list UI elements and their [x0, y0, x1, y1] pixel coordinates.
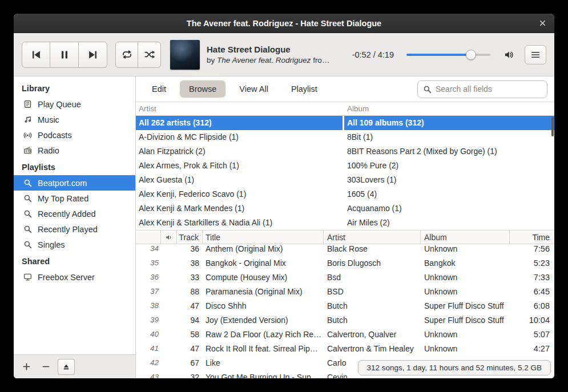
song-time: 10:04 — [510, 313, 554, 327]
song-artist-column-header[interactable]: Artist — [324, 231, 421, 244]
song-num: 38 — [136, 298, 161, 313]
repeat-icon — [121, 49, 133, 60]
now-playing-title: Hate Street Dialogue — [207, 45, 343, 54]
song-row[interactable]: 4147Rock It Roll It feat. Sirreal Pip…Ca… — [136, 341, 554, 355]
title-column-header[interactable]: Title — [203, 231, 324, 244]
sidebar-item-label: Freebox Server — [38, 273, 95, 282]
search-input[interactable] — [436, 84, 542, 94]
tab-playlist[interactable]: Playlist — [282, 80, 327, 98]
previous-button[interactable] — [22, 42, 50, 68]
time-column-header[interactable]: Time — [510, 231, 554, 244]
song-row[interactable]: 4058Raw 2 Da Floor (Lazy Rich Re…Calvert… — [136, 327, 554, 341]
seek-slider[interactable] — [406, 49, 490, 60]
song-title: Compute (Housey Mix) — [203, 270, 324, 284]
remove-playlist-button[interactable] — [38, 359, 53, 374]
song-row[interactable]: 3538Bangkok - Original MixBoris Dlugosch… — [136, 256, 554, 270]
seek-slider-track[interactable] — [406, 54, 490, 56]
next-button[interactable] — [79, 42, 107, 68]
sidebar: LibraryPlay QueueMusicPodcastsRadioPlayl… — [14, 76, 136, 378]
close-icon — [538, 19, 547, 27]
song-row[interactable]: 3788Paramanesia (Original Mix)BSDUnknown… — [136, 284, 554, 298]
sidebar-item-recently-added[interactable]: Recently Added — [14, 206, 135, 221]
song-track: 94 — [177, 313, 203, 327]
artist-item[interactable]: Alex Kenji & Starkillers & Nadia Ali (1) — [136, 216, 343, 230]
sidebar-item-music[interactable]: Music — [14, 112, 135, 127]
song-album: Super Fluff Disco Stuff — [421, 298, 510, 313]
sidebar-item-recently-played[interactable]: Recently Played — [14, 221, 135, 237]
sidebar-item-label: Singles — [38, 240, 65, 249]
song-play — [161, 370, 177, 378]
album-item[interactable]: 8BIT Reasons Part 2 (Mixed by Gorge) (1) — [344, 144, 554, 159]
speaker-icon — [165, 233, 173, 241]
album-item[interactable]: 303Lovers (1) — [344, 173, 554, 187]
song-row[interactable]: 3847Disco ShhhButchSuper Fluff Disco Stu… — [136, 298, 554, 313]
search-field[interactable] — [417, 80, 547, 98]
song-album-column-header[interactable]: Album — [421, 231, 510, 244]
volume-button[interactable] — [501, 46, 518, 63]
artist-item[interactable]: Alex Kenji & Mark Mendes (1) — [136, 201, 343, 216]
song-num: 41 — [136, 341, 161, 355]
menu-button[interactable] — [525, 45, 546, 64]
song-title: Paramanesia (Original Mix) — [203, 284, 324, 298]
song-artist: Calvertron, Qualver — [324, 327, 421, 341]
titlebar[interactable]: The Avener feat. Rodriguez - Hate Street… — [14, 14, 554, 33]
song-album: Unknown — [421, 284, 510, 298]
sidebar-item-singles[interactable]: Singles — [14, 237, 135, 252]
playing-column-header[interactable] — [161, 231, 177, 244]
artist-column-header[interactable]: Artist — [136, 104, 344, 113]
eject-button[interactable] — [58, 359, 75, 375]
sidebar-item-freebox-server[interactable]: Freebox Server — [14, 269, 135, 285]
repeat-button[interactable] — [115, 42, 138, 68]
sidebar-item-beatport-com[interactable]: Beatport.com — [14, 175, 135, 191]
album-item[interactable]: Air Miles (2) — [344, 216, 554, 230]
album-item[interactable]: All 109 albums (312) — [344, 116, 554, 130]
song-artist: Boris Dlugosch — [324, 256, 421, 270]
search-icon — [23, 240, 32, 249]
artist-item[interactable]: Alex Armes, Prok & Fitch (1) — [136, 159, 343, 173]
volume-icon — [503, 49, 515, 60]
song-album: Unknown — [421, 270, 510, 284]
status-bar: 312 songs, 1 day, 11 hours and 52 minute… — [358, 360, 551, 375]
song-row[interactable]: 3994Joy (Extended Version)ButchSuper Flu… — [136, 313, 554, 327]
main-panel: Edit Browse View All Playlist Artist Alb… — [136, 76, 554, 378]
sidebar-item-label: Beatport.com — [38, 179, 87, 188]
artist-item[interactable]: Alex Guesta (1) — [136, 173, 343, 187]
album-item[interactable]: 1605 (4) — [344, 187, 554, 201]
song-title: You Got Me Burning Up - Sup… — [203, 370, 324, 378]
server-icon — [23, 273, 32, 282]
source-list: LibraryPlay QueueMusicPodcastsRadioPlayl… — [14, 76, 135, 354]
artist-item[interactable]: All 262 artists (312) — [136, 116, 343, 130]
seek-slider-handle[interactable] — [466, 50, 476, 60]
song-row[interactable]: 3633Compute (Housey Mix)BsdUnknown7:33 — [136, 270, 554, 284]
album-item[interactable]: 8Bit (1) — [344, 130, 554, 144]
song-track: 47 — [177, 298, 203, 313]
tab-view-all[interactable]: View All — [230, 80, 277, 98]
track-column-header[interactable]: Track — [177, 231, 203, 244]
artist-item[interactable]: Alex Kenji, Federico Scavo (1) — [136, 187, 343, 201]
song-num: 36 — [136, 270, 161, 284]
search-icon — [23, 209, 32, 219]
album-item[interactable]: Acquanamo (1) — [344, 201, 554, 216]
album-item[interactable]: 100% Pure (2) — [344, 159, 554, 173]
sidebar-item-label: Podcasts — [38, 131, 72, 140]
close-button[interactable] — [535, 17, 549, 30]
row-number-column-header[interactable] — [136, 231, 161, 244]
sidebar-item-play-queue[interactable]: Play Queue — [14, 96, 135, 112]
tab-edit[interactable]: Edit — [143, 80, 175, 98]
artist-item[interactable]: Alan Fitzpatrick (2) — [136, 144, 343, 159]
sidebar-item-podcasts[interactable]: Podcasts — [14, 127, 135, 143]
artist-item[interactable]: A-Divizion & MC Flipside (1) — [136, 130, 343, 144]
song-play — [161, 313, 177, 327]
browser-scrollbar[interactable] — [551, 117, 554, 136]
shuffle-button[interactable] — [138, 42, 161, 68]
pause-button[interactable] — [50, 42, 79, 68]
album-column-header[interactable]: Album — [344, 104, 554, 113]
sidebar-item-my-top-rated[interactable]: My Top Rated — [14, 191, 135, 206]
tab-browse[interactable]: Browse — [180, 80, 225, 98]
sidebar-item-radio[interactable]: Radio — [14, 143, 135, 158]
add-playlist-button[interactable] — [19, 359, 34, 374]
plus-icon — [22, 362, 31, 371]
now-playing-artist: The Avener feat. Rodriguez — [217, 56, 311, 64]
seek-slider-fill — [406, 54, 471, 56]
song-time: 6:45 — [510, 284, 554, 298]
